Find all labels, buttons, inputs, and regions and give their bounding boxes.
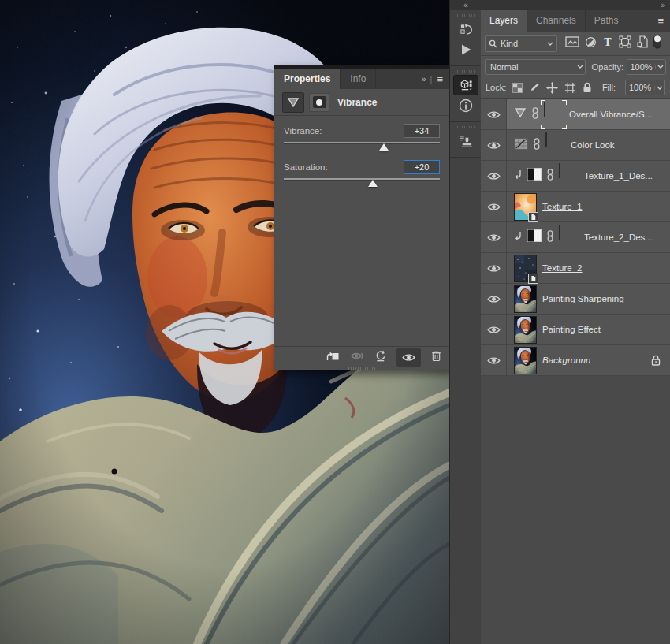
panel-resize-grip[interactable] (274, 367, 449, 370)
link-icon[interactable] (534, 138, 540, 153)
painting-effect-thumbnail[interactable] (514, 316, 537, 344)
layer-name[interactable]: Painting Effect (542, 325, 601, 334)
layer-name[interactable]: Background (542, 356, 590, 365)
layer-row-texture2-desaturate[interactable]: Texture_2_Des... (481, 222, 670, 253)
type-filter-icon[interactable]: T (602, 36, 613, 50)
tab-layers[interactable]: Layers (481, 10, 527, 32)
layers-menu-icon[interactable]: ≡ (651, 10, 670, 32)
layer-row-background[interactable]: Background (481, 345, 670, 376)
dock-grip[interactable] (457, 14, 475, 17)
layer-name[interactable]: Texture_1_Des... (584, 171, 653, 181)
pixel-layer-filter-icon[interactable] (565, 36, 579, 50)
vibrance-value-input[interactable] (404, 124, 440, 138)
layer-row-overall-vibrance[interactable]: Overall Vibrance/S... (481, 99, 670, 130)
fill-value-box[interactable]: 100% (625, 80, 665, 95)
collapse-panel-icon[interactable]: » (421, 74, 425, 84)
saturation-slider[interactable] (284, 177, 440, 189)
visibility-eye-icon[interactable] (481, 161, 507, 191)
link-icon[interactable] (547, 169, 553, 184)
tab-info[interactable]: Info (341, 69, 376, 89)
layer-comps-panel-icon[interactable] (450, 131, 482, 151)
layer-name[interactable]: Texture_2_Des... (584, 233, 653, 242)
chevron-down-icon (547, 42, 553, 46)
layer-name[interactable]: Painting Sharpening (542, 294, 624, 303)
panel-collapse-icon[interactable]: » (481, 0, 670, 10)
layer-row-painting-sharpening[interactable]: Painting Sharpening (481, 284, 670, 315)
visibility-eye-icon[interactable] (481, 284, 507, 314)
visibility-eye-icon[interactable] (481, 130, 507, 160)
visibility-eye-icon[interactable] (481, 222, 507, 252)
layer-name[interactable]: Texture_2 (542, 263, 583, 273)
layer-row-color-look[interactable]: Color Look (481, 130, 670, 161)
adjustment-filter-icon[interactable] (585, 36, 597, 51)
lock-paint-icon[interactable] (529, 82, 540, 93)
chevron-down-icon[interactable] (654, 86, 664, 90)
tab-paths[interactable]: Paths (586, 10, 628, 32)
smart-object-filter-icon[interactable] (637, 35, 648, 51)
vibrance-slider[interactable] (284, 140, 440, 153)
layer-mask-thumbnail[interactable] (545, 133, 565, 158)
kind-filter-select[interactable]: Kind (485, 35, 557, 52)
layer-name[interactable]: Overall Vibrance/S... (569, 110, 652, 119)
clip-arrow-icon (514, 230, 522, 244)
blend-mode-select[interactable]: Normal (485, 59, 586, 75)
visibility-eye-icon[interactable] (481, 315, 507, 344)
tab-channels[interactable]: Channels (527, 10, 586, 32)
vibrance-adjustment-icon (282, 92, 304, 113)
dock-grip[interactable] (457, 126, 475, 128)
saturation-slider-thumb[interactable] (368, 180, 378, 187)
layer-name[interactable]: Texture_1 (542, 202, 583, 211)
blend-mode-row: Normal Opacity: 100% (481, 56, 670, 77)
previous-state-eye-icon[interactable] (349, 350, 364, 364)
background-thumbnail[interactable] (514, 347, 537, 374)
visibility-eye-icon[interactable] (481, 253, 507, 283)
layer-row-texture2[interactable]: Texture_2 (481, 253, 670, 284)
lock-move-icon[interactable] (546, 82, 558, 94)
panel-menu-icon[interactable]: ≡ (437, 73, 443, 85)
clip-to-layer-icon[interactable] (326, 350, 339, 364)
info-panel-icon[interactable] (450, 95, 482, 116)
layer-mask-thumbnail[interactable] (559, 164, 579, 188)
link-icon[interactable] (547, 230, 553, 245)
chevron-down-icon[interactable] (655, 65, 665, 69)
layer-row-painting-effect[interactable]: Painting Effect (481, 315, 670, 345)
mask-icon[interactable] (309, 93, 329, 112)
lock-artboard-icon[interactable] (564, 82, 576, 94)
layer-row-texture1[interactable]: Texture_1 (481, 192, 670, 222)
dock-grip[interactable] (457, 70, 475, 73)
texture1-thumbnail[interactable] (514, 193, 537, 221)
filter-toggle-pin[interactable] (653, 35, 661, 52)
opacity-value-box[interactable]: 100% (627, 59, 666, 75)
layer-mask-thumbnail[interactable] (559, 225, 579, 250)
properties-tab-bar: Properties Info » | ≡ (274, 69, 449, 89)
tab-properties[interactable]: Properties (274, 69, 341, 89)
visibility-eye-icon[interactable] (481, 345, 507, 375)
visibility-eye-icon[interactable] (481, 192, 507, 221)
layer-mask-thumbnail-selected[interactable] (544, 102, 564, 127)
layer-row-texture1-desaturate[interactable]: Texture_1_Des... (481, 161, 670, 192)
clip-arrow-icon (514, 169, 522, 183)
photoshop-window: Properties Info » | ≡ Vibrance Vibrance: (0, 0, 670, 644)
layers-panel: » Layers Channels Paths ≡ Kind T (481, 0, 670, 644)
vibrance-slider-track[interactable] (284, 142, 440, 144)
shape-filter-icon[interactable] (619, 35, 631, 51)
properties-panel-icon[interactable] (453, 75, 478, 95)
delete-trash-icon[interactable] (431, 350, 441, 365)
visibility-eye-icon[interactable] (396, 348, 421, 367)
opacity-value: 100% (627, 62, 655, 72)
texture2-thumbnail[interactable] (514, 255, 537, 282)
saturation-value-input[interactable] (404, 160, 440, 174)
painting-sharpening-thumbnail[interactable] (514, 285, 537, 313)
lock-transparency-icon[interactable] (512, 83, 523, 93)
dock-collapse-icon[interactable]: « (450, 0, 481, 10)
link-icon[interactable] (532, 107, 538, 122)
layer-name[interactable]: Color Look (571, 140, 615, 150)
reset-icon[interactable] (374, 350, 386, 365)
actions-panel-icon[interactable] (450, 39, 482, 60)
vibrance-slider-thumb[interactable] (379, 143, 389, 151)
history-panel-icon[interactable] (450, 19, 482, 39)
visibility-eye-icon[interactable] (481, 99, 507, 129)
layer-list: Overall Vibrance/S... Color Look (481, 99, 670, 376)
lock-all-icon[interactable] (583, 82, 592, 93)
saturation-slider-track[interactable] (284, 178, 440, 181)
